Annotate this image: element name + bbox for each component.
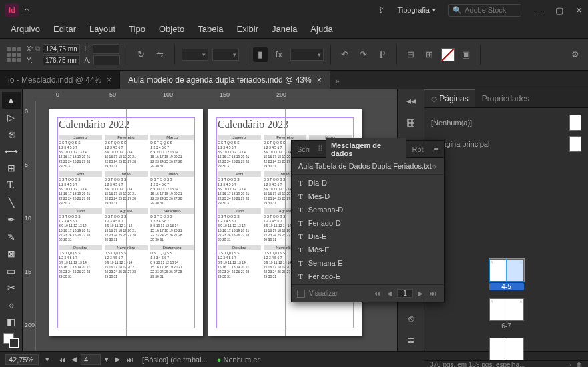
type-tool[interactable]: T.	[2, 177, 21, 194]
menu-arquivo[interactable]: Arquivo	[4, 21, 47, 37]
stock-search-input[interactable]	[465, 6, 517, 14]
gap-tool[interactable]: ⟷	[2, 143, 21, 160]
merge-field[interactable]: TSemana-D	[292, 203, 444, 216]
tab-propriedades[interactable]: Propriedades	[475, 90, 536, 107]
nav-next-icon[interactable]: ▶	[416, 290, 425, 297]
menu-exibir[interactable]: Exibir	[230, 21, 266, 37]
tab-labels[interactable]: Rót	[406, 142, 428, 157]
undo-icon[interactable]: ↶	[338, 47, 352, 62]
rectangle-frame-tool[interactable]: ⊠	[2, 246, 21, 262]
zoom-input[interactable]	[5, 354, 39, 365]
char-panel-icon[interactable]: P	[375, 47, 390, 62]
minimize-button[interactable]: —	[535, 5, 543, 15]
rectangle-tool[interactable]: ▭	[2, 262, 21, 279]
master-a[interactable]: ▸ Página principal	[431, 133, 581, 155]
align-icon[interactable]: ⊟	[404, 47, 418, 62]
pen-tool[interactable]: ✒	[2, 212, 21, 228]
flip-h-icon[interactable]: ⇋	[153, 47, 168, 62]
menu-tabela[interactable]: Tabela	[191, 21, 230, 37]
preflight-status[interactable]: ● Nenhum er	[217, 356, 260, 364]
selection-tool[interactable]: ▲	[2, 92, 21, 109]
distribute-icon[interactable]: ⊞	[422, 47, 437, 62]
share-icon[interactable]: ⇪	[372, 3, 390, 18]
fit-icon[interactable]: ▣	[459, 47, 473, 62]
tab-doc-2[interactable]: Aula modelo de agenda dupla feriados.ind…	[120, 71, 330, 89]
link-icon[interactable]: ⧉	[35, 45, 40, 53]
tab-scripts[interactable]: Scri	[292, 142, 315, 157]
redo-icon[interactable]: ↷	[356, 47, 371, 62]
menu-tipo[interactable]: Tipo	[122, 21, 152, 37]
panel-menu-icon[interactable]: ≡	[429, 145, 444, 153]
menu-janela[interactable]: Janela	[265, 21, 304, 37]
merge-field[interactable]: TFeriado-D	[292, 216, 444, 230]
tab-paginas[interactable]: ◇ Páginas	[424, 89, 475, 107]
a-input[interactable]	[93, 55, 120, 65]
book-icon[interactable]: ▮	[253, 47, 268, 62]
close-icon[interactable]: ×	[317, 75, 322, 85]
reference-point[interactable]	[5, 46, 23, 63]
tab-doc-1[interactable]: io - Mesclado.indd @ 44%×	[0, 71, 120, 89]
master-none[interactable]: [Nenhum(a)]	[431, 112, 581, 133]
object-style[interactable]: [Básico] (de trabal...	[142, 356, 208, 364]
nav-first-icon[interactable]: ⏮	[372, 290, 382, 297]
x-input[interactable]	[43, 44, 80, 54]
home-icon[interactable]: ⌂	[24, 5, 29, 15]
tab-data-merge[interactable]: Mesclagem de dados	[326, 138, 407, 161]
zoom-dropdown-icon[interactable]: ▾	[45, 355, 49, 364]
rotate-icon[interactable]: ↻	[134, 47, 149, 62]
menu-objeto[interactable]: Objeto	[152, 21, 191, 37]
select-source-icon[interactable]: ⎆	[432, 162, 437, 170]
horizontal-ruler[interactable]: 0 50 100 150 200	[36, 89, 397, 101]
record-input[interactable]	[397, 289, 413, 298]
stroke-weight-dropdown[interactable]: ▾	[182, 49, 208, 61]
cc-libraries-icon[interactable]: ▦	[402, 115, 420, 129]
merge-field[interactable]: TSemana-E	[292, 256, 444, 270]
free-transform-tool[interactable]: ⟐	[2, 296, 21, 313]
merge-field[interactable]: TDia-D	[292, 176, 444, 190]
merge-field[interactable]: TDia-E	[292, 230, 444, 243]
spread-4-5[interactable]: A A	[489, 259, 524, 282]
stock-search[interactable]: 🔍	[448, 4, 521, 17]
last-page-icon[interactable]: ⏭	[124, 356, 135, 364]
page-left[interactable]: Calendário 2022 JaneiroD S T Q Q S S1 2 …	[49, 109, 203, 336]
maximize-button[interactable]: ▢	[555, 5, 563, 15]
menu-editar[interactable]: Editar	[47, 21, 83, 37]
panel-grip-icon[interactable]: ⠿	[315, 145, 326, 153]
menu-layout[interactable]: Layout	[83, 21, 122, 37]
menu-ajuda[interactable]: Ajuda	[304, 21, 339, 37]
spread-next[interactable]	[489, 338, 524, 360]
stroke-style-dropdown[interactable]: ▾	[212, 49, 239, 61]
expand-dock-icon[interactable]: ◂◂	[402, 93, 420, 108]
data-merge-panel[interactable]: Scri ⠿ Mesclagem de dados Rót ≡ Aula Tab…	[291, 140, 445, 302]
preview-checkbox[interactable]	[297, 290, 305, 298]
page-tool[interactable]: ⎘	[2, 126, 21, 143]
scissors-tool[interactable]: ✂	[2, 280, 21, 296]
close-button[interactable]: ✕	[575, 5, 583, 15]
next-page-icon[interactable]: ▶	[113, 355, 122, 364]
page-dropdown-icon[interactable]: ▾	[103, 355, 111, 364]
nav-prev-icon[interactable]: ◀	[385, 290, 394, 297]
fill-stroke-proxy[interactable]	[3, 333, 19, 348]
merge-field[interactable]: TMes-D	[292, 190, 444, 203]
vertical-ruler[interactable]: 0 5 10 15 200	[23, 101, 36, 351]
y-input[interactable]	[43, 55, 80, 65]
pencil-tool[interactable]: ✎	[2, 228, 21, 245]
gradient-swatch-tool[interactable]: ◧	[2, 314, 21, 330]
nav-last-icon[interactable]: ⏭	[428, 290, 438, 297]
tabs-overflow[interactable]: »	[330, 73, 345, 89]
merge-field[interactable]: TFeriado-E	[292, 270, 444, 283]
workspace-switcher[interactable]: Tipografia ▾	[392, 6, 441, 14]
direct-selection-tool[interactable]: ▷	[2, 109, 21, 126]
prev-page-icon[interactable]: ◀	[69, 355, 79, 364]
opacity-dropdown[interactable]: ▾	[290, 49, 324, 61]
layers-icon[interactable]: ≣	[402, 332, 420, 347]
settings-icon[interactable]: ⚙	[568, 47, 583, 62]
effects-icon[interactable]: fx	[272, 47, 286, 62]
content-collector-tool[interactable]: ⊞	[2, 160, 21, 177]
page-input[interactable]	[81, 354, 101, 365]
first-page-icon[interactable]: ⏮	[56, 356, 67, 364]
spread-6-7[interactable]: A A	[489, 298, 524, 321]
merge-field[interactable]: TMês-E	[292, 243, 444, 256]
line-tool[interactable]: ╲	[2, 194, 21, 211]
fill-swatch[interactable]	[441, 48, 455, 61]
